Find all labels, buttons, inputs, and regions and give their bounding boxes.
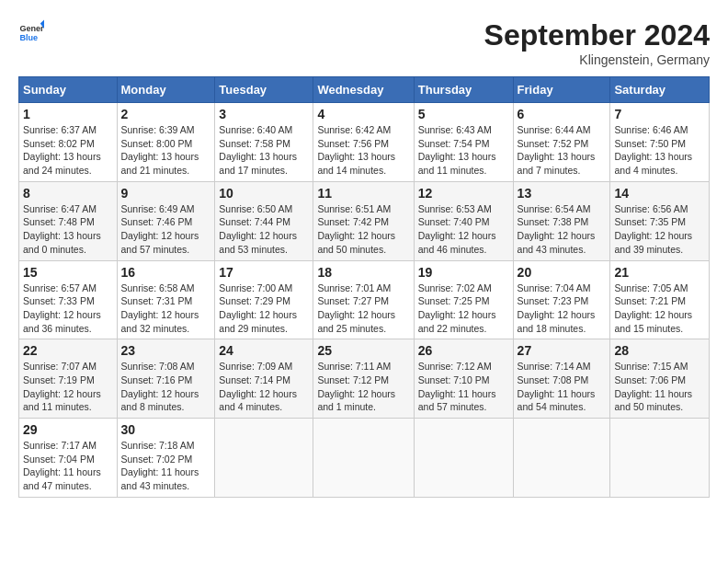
- day-detail: Sunrise: 7:07 AM Sunset: 7:19 PM Dayligh…: [23, 360, 113, 414]
- day-detail: Sunrise: 7:12 AM Sunset: 7:10 PM Dayligh…: [418, 360, 509, 414]
- location-subtitle: Klingenstein, Germany: [484, 52, 710, 67]
- day-number: 6: [518, 107, 607, 121]
- calendar-day-cell: 30Sunrise: 7:18 AM Sunset: 7:02 PM Dayli…: [117, 419, 215, 498]
- day-number: 13: [518, 186, 607, 201]
- weekday-header-row: SundayMondayTuesdayWednesdayThursdayFrid…: [19, 77, 710, 103]
- calendar-day-cell: 18Sunrise: 7:01 AM Sunset: 7:27 PM Dayli…: [313, 260, 414, 339]
- day-detail: Sunrise: 6:37 AM Sunset: 8:02 PM Dayligh…: [23, 123, 113, 178]
- page-header: General Blue September 2024 Klingenstein…: [18, 18, 710, 67]
- calendar-day-cell: 14Sunrise: 6:56 AM Sunset: 7:35 PM Dayli…: [610, 181, 710, 260]
- day-number: 19: [418, 265, 509, 280]
- day-detail: Sunrise: 7:17 AM Sunset: 7:04 PM Dayligh…: [23, 439, 113, 493]
- day-detail: Sunrise: 6:57 AM Sunset: 7:33 PM Dayligh…: [23, 282, 113, 336]
- day-detail: Sunrise: 7:18 AM Sunset: 7:02 PM Dayligh…: [121, 439, 211, 493]
- day-number: 23: [121, 343, 211, 358]
- calendar-day-cell: 16Sunrise: 6:58 AM Sunset: 7:31 PM Dayli…: [117, 260, 215, 339]
- calendar-day-cell: [610, 419, 710, 498]
- day-number: 8: [23, 186, 113, 201]
- logo: General Blue: [18, 18, 46, 44]
- day-detail: Sunrise: 6:42 AM Sunset: 7:56 PM Dayligh…: [317, 123, 409, 178]
- calendar-day-cell: 17Sunrise: 7:00 AM Sunset: 7:29 PM Dayli…: [215, 260, 313, 339]
- calendar-day-cell: 3Sunrise: 6:40 AM Sunset: 7:58 PM Daylig…: [215, 103, 313, 182]
- day-number: 3: [219, 107, 309, 121]
- day-number: 28: [614, 343, 705, 358]
- day-number: 15: [23, 265, 113, 280]
- calendar-day-cell: 22Sunrise: 7:07 AM Sunset: 7:19 PM Dayli…: [19, 339, 118, 419]
- logo-icon: General Blue: [18, 18, 44, 44]
- day-detail: Sunrise: 6:40 AM Sunset: 7:58 PM Dayligh…: [219, 123, 309, 178]
- calendar-day-cell: 21Sunrise: 7:05 AM Sunset: 7:21 PM Dayli…: [610, 260, 710, 339]
- svg-text:Blue: Blue: [19, 33, 38, 42]
- day-number: 22: [23, 343, 113, 358]
- day-detail: Sunrise: 7:15 AM Sunset: 7:06 PM Dayligh…: [614, 360, 705, 414]
- day-detail: Sunrise: 7:01 AM Sunset: 7:27 PM Dayligh…: [317, 282, 409, 336]
- day-detail: Sunrise: 6:58 AM Sunset: 7:31 PM Dayligh…: [121, 282, 211, 336]
- calendar-table: SundayMondayTuesdayWednesdayThursdayFrid…: [18, 76, 710, 498]
- weekday-header-cell: Wednesday: [313, 77, 414, 103]
- calendar-day-cell: 12Sunrise: 6:53 AM Sunset: 7:40 PM Dayli…: [414, 181, 513, 260]
- day-detail: Sunrise: 6:53 AM Sunset: 7:40 PM Dayligh…: [418, 202, 509, 257]
- calendar-week-row: 22Sunrise: 7:07 AM Sunset: 7:19 PM Dayli…: [19, 339, 710, 419]
- calendar-day-cell: [215, 419, 313, 498]
- calendar-day-cell: 6Sunrise: 6:44 AM Sunset: 7:52 PM Daylig…: [513, 103, 610, 182]
- day-detail: Sunrise: 7:08 AM Sunset: 7:16 PM Dayligh…: [121, 360, 211, 414]
- day-number: 10: [219, 186, 309, 201]
- calendar-day-cell: 28Sunrise: 7:15 AM Sunset: 7:06 PM Dayli…: [610, 339, 710, 419]
- day-detail: Sunrise: 6:47 AM Sunset: 7:48 PM Dayligh…: [23, 202, 113, 257]
- day-number: 29: [23, 422, 113, 437]
- calendar-day-cell: 26Sunrise: 7:12 AM Sunset: 7:10 PM Dayli…: [414, 339, 513, 419]
- calendar-day-cell: 25Sunrise: 7:11 AM Sunset: 7:12 PM Dayli…: [313, 339, 414, 419]
- day-number: 14: [614, 186, 705, 201]
- calendar-day-cell: 2Sunrise: 6:39 AM Sunset: 8:00 PM Daylig…: [117, 103, 215, 182]
- month-title: September 2024: [484, 18, 710, 52]
- day-number: 30: [121, 422, 211, 437]
- day-number: 27: [518, 343, 607, 358]
- calendar-day-cell: [414, 419, 513, 498]
- calendar-day-cell: 11Sunrise: 6:51 AM Sunset: 7:42 PM Dayli…: [313, 181, 414, 260]
- calendar-day-cell: 9Sunrise: 6:49 AM Sunset: 7:46 PM Daylig…: [117, 181, 215, 260]
- calendar-day-cell: 19Sunrise: 7:02 AM Sunset: 7:25 PM Dayli…: [414, 260, 513, 339]
- weekday-header-cell: Thursday: [414, 77, 513, 103]
- calendar-day-cell: 7Sunrise: 6:46 AM Sunset: 7:50 PM Daylig…: [610, 103, 710, 182]
- day-number: 16: [121, 265, 211, 280]
- calendar-day-cell: 5Sunrise: 6:43 AM Sunset: 7:54 PM Daylig…: [414, 103, 513, 182]
- day-detail: Sunrise: 6:46 AM Sunset: 7:50 PM Dayligh…: [614, 123, 705, 178]
- calendar-week-row: 1Sunrise: 6:37 AM Sunset: 8:02 PM Daylig…: [19, 103, 710, 182]
- day-detail: Sunrise: 6:54 AM Sunset: 7:38 PM Dayligh…: [518, 202, 607, 257]
- calendar-week-row: 8Sunrise: 6:47 AM Sunset: 7:48 PM Daylig…: [19, 181, 710, 260]
- weekday-header-cell: Sunday: [19, 77, 118, 103]
- svg-text:General: General: [19, 24, 44, 33]
- day-detail: Sunrise: 6:49 AM Sunset: 7:46 PM Dayligh…: [121, 202, 211, 257]
- day-number: 24: [219, 343, 309, 358]
- day-number: 11: [317, 186, 409, 201]
- day-detail: Sunrise: 6:50 AM Sunset: 7:44 PM Dayligh…: [219, 202, 309, 257]
- calendar-body: 1Sunrise: 6:37 AM Sunset: 8:02 PM Daylig…: [19, 103, 710, 498]
- day-detail: Sunrise: 7:11 AM Sunset: 7:12 PM Dayligh…: [317, 360, 409, 414]
- day-number: 18: [317, 265, 409, 280]
- day-number: 25: [317, 343, 409, 358]
- day-number: 2: [121, 107, 211, 121]
- day-detail: Sunrise: 6:51 AM Sunset: 7:42 PM Dayligh…: [317, 202, 409, 257]
- calendar-day-cell: 15Sunrise: 6:57 AM Sunset: 7:33 PM Dayli…: [19, 260, 118, 339]
- day-number: 26: [418, 343, 509, 358]
- day-number: 7: [614, 107, 705, 121]
- weekday-header-cell: Saturday: [610, 77, 710, 103]
- calendar-week-row: 15Sunrise: 6:57 AM Sunset: 7:33 PM Dayli…: [19, 260, 710, 339]
- calendar-day-cell: 4Sunrise: 6:42 AM Sunset: 7:56 PM Daylig…: [313, 103, 414, 182]
- day-detail: Sunrise: 6:44 AM Sunset: 7:52 PM Dayligh…: [518, 123, 607, 178]
- calendar-day-cell: 23Sunrise: 7:08 AM Sunset: 7:16 PM Dayli…: [117, 339, 215, 419]
- calendar-day-cell: 1Sunrise: 6:37 AM Sunset: 8:02 PM Daylig…: [19, 103, 118, 182]
- title-block: September 2024 Klingenstein, Germany: [484, 18, 710, 67]
- day-detail: Sunrise: 7:04 AM Sunset: 7:23 PM Dayligh…: [518, 282, 607, 336]
- weekday-header-cell: Tuesday: [215, 77, 313, 103]
- day-detail: Sunrise: 7:02 AM Sunset: 7:25 PM Dayligh…: [418, 282, 509, 336]
- calendar-day-cell: [313, 419, 414, 498]
- weekday-header-cell: Friday: [513, 77, 610, 103]
- day-detail: Sunrise: 6:56 AM Sunset: 7:35 PM Dayligh…: [614, 202, 705, 257]
- day-number: 17: [219, 265, 309, 280]
- day-number: 9: [121, 186, 211, 201]
- day-number: 12: [418, 186, 509, 201]
- day-detail: Sunrise: 6:39 AM Sunset: 8:00 PM Dayligh…: [121, 123, 211, 178]
- calendar-day-cell: 20Sunrise: 7:04 AM Sunset: 7:23 PM Dayli…: [513, 260, 610, 339]
- day-number: 20: [518, 265, 607, 280]
